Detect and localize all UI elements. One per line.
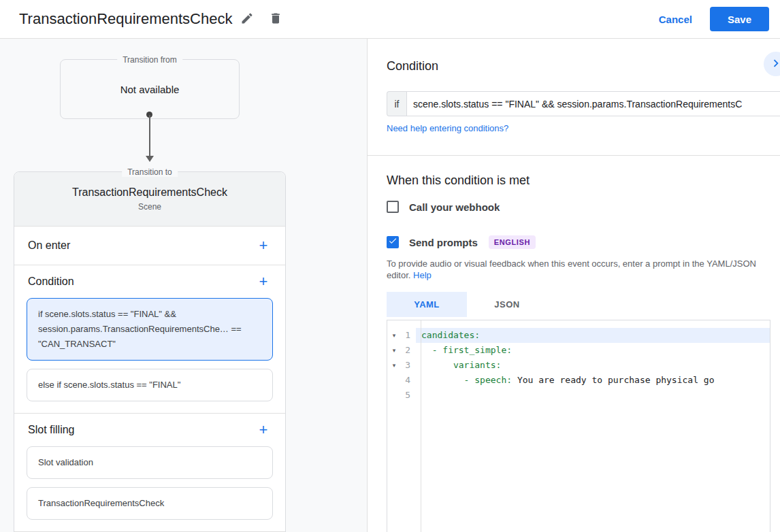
line-number: 4 bbox=[401, 373, 416, 388]
chevron-right-icon bbox=[768, 56, 780, 73]
section-divider bbox=[368, 155, 780, 156]
line-number: 1 bbox=[401, 328, 416, 343]
fold-toggle-icon[interactable] bbox=[387, 373, 401, 388]
tab-json[interactable]: JSON bbox=[467, 292, 547, 317]
on-enter-label: On enter bbox=[28, 239, 70, 252]
transition-from-box: Transition from Not available bbox=[60, 59, 240, 119]
webhook-row: Call your webhook bbox=[387, 201, 500, 213]
prompts-description-text: To provide audio or visual feedback when… bbox=[387, 259, 756, 280]
section-condition: Condition + if scene.slots.status == "FI… bbox=[14, 265, 285, 414]
fold-toggle-icon[interactable]: ▾ bbox=[387, 328, 401, 343]
save-button[interactable]: Save bbox=[710, 7, 769, 31]
yaml-key: variants: bbox=[421, 360, 501, 370]
add-slot-filling-button[interactable]: + bbox=[254, 420, 273, 439]
section-on-enter: On enter + bbox=[14, 227, 285, 265]
when-met-title: When this condition is met bbox=[387, 173, 530, 188]
trash-icon bbox=[269, 12, 282, 27]
condition-expression-input[interactable] bbox=[406, 91, 780, 116]
tab-yaml[interactable]: YAML bbox=[387, 292, 467, 317]
condition-detail-panel: Condition if Need help entering conditio… bbox=[368, 39, 780, 532]
yaml-key: - speech: bbox=[421, 375, 517, 385]
transition-to-label: Transition to bbox=[122, 167, 178, 177]
fold-toggle-icon[interactable]: ▾ bbox=[387, 358, 401, 373]
condition-expression-row: if bbox=[387, 91, 780, 116]
code-line[interactable]: - first_simple: bbox=[416, 343, 770, 358]
slot-filling-label: Slot filling bbox=[28, 424, 74, 436]
code-line[interactable]: - speech: You are ready to purchase phys… bbox=[416, 373, 770, 388]
cancel-button[interactable]: Cancel bbox=[659, 14, 692, 25]
transition-from-value: Not available bbox=[120, 84, 180, 95]
panel-title: Condition bbox=[387, 59, 438, 73]
language-badge: ENGLISH bbox=[489, 235, 536, 249]
condition-item[interactable]: if scene.slots.status == "FINAL" && sess… bbox=[27, 298, 273, 361]
if-label: if bbox=[387, 91, 406, 116]
editor-tabs: YAML JSON bbox=[387, 292, 547, 317]
send-prompts-label: Send prompts bbox=[409, 237, 478, 248]
code-line[interactable]: variants: bbox=[416, 358, 770, 373]
yaml-editor[interactable]: ▾ 1 candidates: ▾ 2 - first_simple: ▾ 3 … bbox=[387, 320, 770, 532]
yaml-key: - first_simple: bbox=[421, 345, 512, 355]
prompts-description: To provide audio or visual feedback when… bbox=[387, 258, 773, 281]
send-prompts-row: Send prompts ENGLISH bbox=[387, 235, 536, 249]
gutter-divider bbox=[421, 320, 421, 532]
editor-line[interactable]: 5 bbox=[387, 388, 770, 403]
editor-line[interactable]: ▾ 2 - first_simple: bbox=[387, 343, 770, 358]
transition-to-card: Transition to TransactionRequirementsChe… bbox=[14, 171, 286, 532]
code-line[interactable]: candidates: bbox=[416, 328, 770, 343]
yaml-value: You are ready to purchase physical go bbox=[517, 375, 715, 385]
help-link[interactable]: Help bbox=[413, 270, 432, 280]
scene-canvas: Transition from Not available Transition… bbox=[0, 39, 368, 532]
fold-toggle-icon[interactable] bbox=[387, 388, 401, 403]
app-header: TransactionRequirementsCheck Cancel Save bbox=[0, 0, 780, 39]
checkmark-icon bbox=[388, 236, 397, 248]
transition-from-label: Transition from bbox=[117, 55, 182, 65]
fold-toggle-icon[interactable]: ▾ bbox=[387, 343, 401, 358]
connector-arrow-icon bbox=[146, 156, 154, 162]
collapse-panel-button[interactable] bbox=[764, 52, 780, 76]
line-number: 3 bbox=[401, 358, 416, 373]
scene-subtitle: Scene bbox=[138, 202, 161, 212]
scene-card-header[interactable]: TransactionRequirementsCheck Scene bbox=[14, 172, 285, 227]
header-actions: Cancel Save bbox=[659, 7, 769, 31]
section-slot-filling: Slot filling + Slot validation Transacti… bbox=[14, 414, 285, 532]
condition-section-label: Condition bbox=[28, 276, 74, 288]
pencil-icon bbox=[240, 12, 254, 27]
add-on-enter-button[interactable]: + bbox=[254, 236, 273, 255]
editor-line[interactable]: ▾ 3 variants: bbox=[387, 358, 770, 373]
slot-item[interactable]: Slot validation bbox=[27, 446, 273, 479]
line-number: 5 bbox=[401, 388, 416, 403]
add-condition-button[interactable]: + bbox=[254, 272, 273, 291]
edit-button[interactable] bbox=[233, 5, 261, 33]
webhook-label: Call your webhook bbox=[409, 201, 500, 213]
delete-button[interactable] bbox=[262, 5, 289, 33]
condition-item[interactable]: else if scene.slots.status == "FINAL" bbox=[27, 369, 273, 401]
line-number: 2 bbox=[401, 343, 416, 358]
conditions-help-link[interactable]: Need help entering conditions? bbox=[387, 123, 508, 133]
webhook-checkbox[interactable] bbox=[387, 201, 399, 213]
connector-line bbox=[149, 115, 150, 157]
slot-item[interactable]: TransactionRequirementsCheck bbox=[27, 487, 273, 520]
scene-title: TransactionRequirementsCheck bbox=[72, 186, 227, 199]
yaml-key: candidates: bbox=[421, 330, 480, 340]
page-title: TransactionRequirementsCheck bbox=[19, 10, 232, 28]
editor-line[interactable]: ▾ 1 candidates: bbox=[387, 328, 770, 343]
send-prompts-checkbox[interactable] bbox=[387, 236, 399, 248]
editor-line[interactable]: 4 - speech: You are ready to purchase ph… bbox=[387, 373, 770, 388]
code-line[interactable] bbox=[416, 388, 770, 403]
